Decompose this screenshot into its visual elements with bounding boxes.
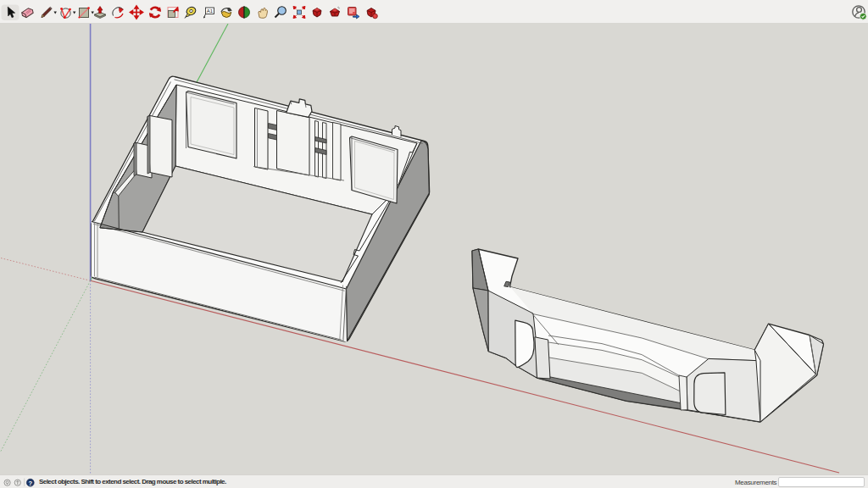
svg-text:A1: A1 xyxy=(207,8,214,14)
svg-text:?: ? xyxy=(29,480,33,487)
